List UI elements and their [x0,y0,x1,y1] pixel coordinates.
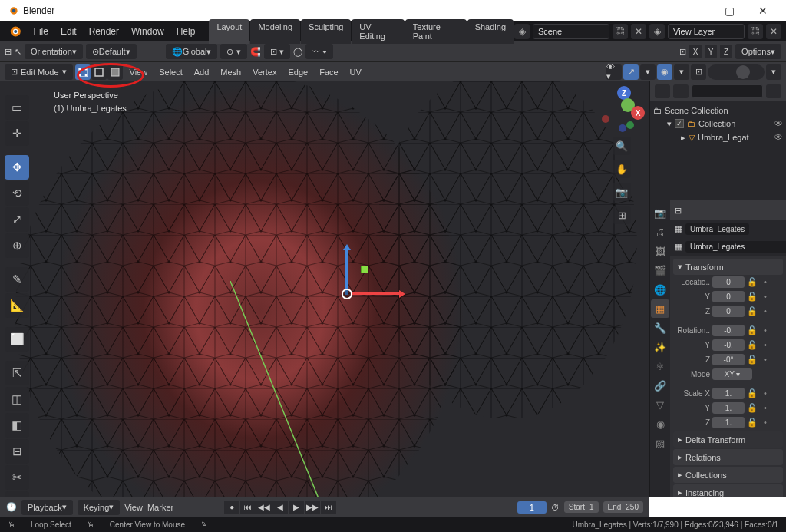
axis-y-button[interactable]: Y [705,45,717,58]
menu-uv[interactable]: UV [345,68,366,77]
prop-tab-texture[interactable]: ▨ [651,434,669,452]
move-tool[interactable]: ✥ [5,155,29,180]
prop-tab-object[interactable]: ▦ [651,299,669,318]
play-button[interactable]: ▶ [289,501,304,514]
material-shading[interactable] [736,65,750,79]
prop-tab-scene[interactable]: 🎬 [651,261,669,279]
prop-tab-modifiers[interactable]: 🔧 [651,319,669,337]
scene-delete-icon[interactable]: ✕ [631,24,646,39]
location-z-input[interactable]: 0 [712,306,745,317]
menu-edge[interactable]: Edge [283,68,312,77]
tab-sculpting[interactable]: Sculpting [301,19,351,44]
proportional-edit-icon[interactable]: ◯ [293,47,302,57]
mode-selector[interactable]: ⊡ Edit Mode ▾ [5,64,73,80]
outliner-editor-icon[interactable] [655,84,670,98]
gizmo-neg-z[interactable] [619,124,626,132]
menu-select[interactable]: Select [154,68,187,77]
annotate-tool[interactable]: ✎ [5,267,29,292]
measure-tool[interactable]: 📐 [5,293,29,318]
properties-editor-icon[interactable]: ⊟ [675,206,682,216]
scene-browse-icon[interactable]: ◈ [514,24,530,39]
auto-key-button[interactable]: ● [224,501,239,514]
timeline-editor-icon[interactable]: 🕐 [6,502,17,512]
snap-element-dropdown[interactable]: ⊡ ▾ [264,44,290,59]
visibility-eye-icon[interactable]: 👁 [774,118,783,129]
outliner-collection[interactable]: ▾ 🗀 Collection 👁 [653,117,783,131]
extrude-tool[interactable]: ⇱ [5,361,29,385]
overlay-toggle-icon[interactable]: ◉ [657,64,672,80]
visibility-dropdown-icon[interactable]: 👁 ▾ [606,64,622,80]
solid-shading[interactable] [722,65,736,79]
prop-tab-physics[interactable]: ⚛ [651,357,669,375]
add-cube-tool[interactable]: ⬜ [5,327,29,352]
viewlayer-browse-icon[interactable]: ◈ [649,24,665,39]
overlay-dropdown-icon[interactable]: ▾ [674,64,689,80]
gizmo-x-axis[interactable]: X [631,106,645,120]
snap-toggle-icon[interactable]: 🧲 [250,47,261,57]
tab-texture-paint[interactable]: Texture Paint [405,19,467,44]
outliner-display-mode-icon[interactable] [673,84,689,98]
frame-end-input[interactable]: End250 [603,501,643,513]
tab-layout[interactable]: Layout [209,19,249,44]
location-y-input[interactable]: 0 [712,291,745,302]
outliner-scene-collection[interactable]: 🗀 Scene Collection [653,104,783,117]
editor-type-icon[interactable]: ⊞ [5,47,12,57]
relations-panel-header[interactable]: ▸ Relations [673,449,783,465]
keyframe-next-button[interactable]: ▶▶ [305,501,320,514]
lock-icon[interactable]: 🔓 [747,418,758,428]
prop-tab-material[interactable]: ◉ [651,415,669,433]
maximize-button[interactable]: ▢ [712,1,746,21]
cursor-tool-icon[interactable]: ↖ [15,47,21,57]
prop-tab-particles[interactable]: ✨ [651,338,669,356]
current-frame-input[interactable]: 1 [517,501,547,514]
lock-icon[interactable]: 🔓 [747,340,758,351]
object-name-input[interactable] [685,241,786,253]
edge-select-mode[interactable] [91,64,107,80]
prop-tab-data[interactable]: ▽ [651,395,669,414]
viewlayer-copy-icon[interactable]: ⿻ [748,24,763,39]
rendered-shading[interactable] [750,65,764,79]
xray-toggle-icon[interactable]: ⊡ [691,64,706,80]
delta-transform-header[interactable]: ▸ Delta Transform [673,431,783,448]
gizmo-neg-x[interactable] [602,115,609,123]
breadcrumb-object[interactable]: Umbra_Legates [685,223,749,235]
prop-tab-world[interactable]: 🌐 [651,280,669,299]
scale-y-input[interactable]: 1. [712,402,745,414]
tab-shading[interactable]: Shading [467,19,514,44]
wireframe-shading[interactable] [708,65,722,79]
visibility-eye-icon[interactable]: 👁 [774,132,783,143]
loop-cut-tool[interactable]: ⊟ [5,439,29,464]
rotation-mode-select[interactable]: XY ▾ [712,368,752,380]
menu-vertex[interactable]: Vertex [248,68,281,77]
instancing-panel-header[interactable]: ▸ Instancing [673,484,783,497]
collections-panel-header[interactable]: ▸ Collections [673,467,783,483]
scale-x-input[interactable]: 1. [712,388,745,399]
location-x-input[interactable]: 0 [712,276,745,288]
pan-viewport-icon[interactable]: ✋ [613,160,631,178]
axis-x-button[interactable]: X [689,45,702,58]
perspective-toggle-icon[interactable]: ⊞ [613,206,631,224]
bevel-tool[interactable]: ◧ [5,413,29,438]
playback-dropdown[interactable]: Playback ▾ [21,500,73,515]
transform-orientation-dropdown[interactable]: 🌐 Global ▾ [166,44,218,59]
menu-edit[interactable]: Edit [54,21,83,41]
minimize-button[interactable]: — [679,1,712,21]
cursor-tool[interactable]: ✛ [5,121,29,146]
proportional-falloff-dropdown[interactable]: 〰 ▾ [305,44,333,59]
mesh-display-icon[interactable]: ⊡ [679,47,686,57]
lock-icon[interactable]: 🔓 [747,388,758,399]
select-box-tool[interactable]: ▭ [5,95,29,120]
shading-dropdown-icon[interactable]: ▾ [766,64,781,80]
pivot-dropdown[interactable]: ⊙ Default ▾ [86,44,137,59]
timeline-marker-menu[interactable]: Marker [147,503,173,512]
jump-end-button[interactable]: ⏭ [321,501,336,514]
gizmo-toggle-icon[interactable]: ↗ [623,64,639,80]
scene-copy-icon[interactable]: ⿻ [613,24,628,39]
close-button[interactable]: ✕ [746,1,780,21]
lock-icon[interactable]: 🔓 [747,306,758,317]
rotate-tool[interactable]: ⟲ [5,181,29,206]
lock-icon[interactable]: 🔓 [747,403,758,414]
prop-tab-constraints[interactable]: 🔗 [651,376,669,395]
rotation-y-input[interactable]: -0. [712,339,745,351]
snap-dropdown[interactable]: ⊙ ▾ [220,44,246,59]
